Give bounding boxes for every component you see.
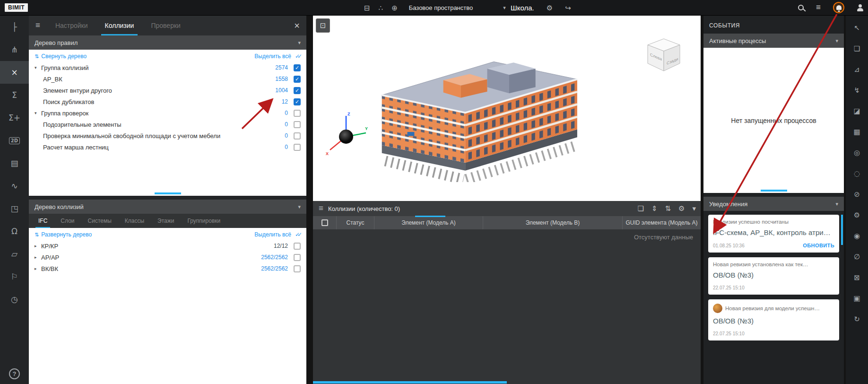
team-icon[interactable]: ∴ — [379, 4, 383, 11]
list-icon[interactable]: ≡ — [816, 3, 821, 12]
select-all-checkbox[interactable] — [321, 219, 328, 226]
expand-icon[interactable]: ▾ — [35, 111, 41, 115]
plugins-icon[interactable]: ◳ — [0, 197, 29, 220]
tree-mode-tab[interactable]: Этажи — [151, 214, 181, 228]
collisions-icon[interactable]: × — [0, 61, 29, 84]
focus-icon[interactable]: ◎ — [846, 142, 868, 163]
grid-icon[interactable]: ▦ — [846, 122, 868, 142]
show-icon[interactable]: ◉ — [846, 226, 868, 246]
notifications-header[interactable]: Уведомления ▾ — [703, 197, 844, 211]
expand-tree-link[interactable]: ⇅ Развернуть дерево — [35, 231, 92, 238]
share-icon[interactable]: ↪ — [565, 4, 571, 11]
collision-row[interactable]: ▸ ВК/ВК 2562/2562 — [29, 263, 306, 274]
help-button[interactable]: ? — [9, 368, 20, 379]
history-icon[interactable]: ◷ — [0, 288, 29, 311]
rule-row[interactable]: АР_ВК 1558 — [29, 73, 306, 85]
charts-icon[interactable]: ∿ — [0, 175, 29, 197]
collision-checkbox[interactable] — [294, 243, 301, 250]
quick-actions-icon[interactable]: ↯ — [846, 80, 868, 101]
notification-card[interactable]: Коллизии успешно посчитаны IFC-схема, АР… — [708, 215, 839, 253]
screenshot-icon[interactable]: ⊡ — [316, 18, 330, 33]
vertical-scrollbar[interactable] — [841, 215, 843, 245]
tree-mode-tab[interactable]: Классы — [118, 214, 151, 228]
column-guid-a[interactable]: GUID элемента (Модель А) — [623, 216, 701, 229]
tree-mode-tab[interactable]: IFC — [32, 214, 54, 228]
rule-row[interactable]: Расчет марша лестниц 0 — [29, 141, 306, 153]
globe-icon[interactable]: ⊕ — [391, 4, 398, 11]
clear-selection-icon[interactable]: ⊠ — [846, 267, 868, 288]
collision-checkbox[interactable] — [294, 254, 301, 261]
panel-tab[interactable]: Проверки — [142, 16, 189, 35]
fit-rows-icon[interactable]: ⇅ — [665, 204, 671, 213]
hide-icon[interactable]: ∅ — [846, 246, 868, 267]
table-menu-icon[interactable]: ≡ — [319, 204, 323, 213]
copy-view-icon[interactable]: ❏ — [846, 38, 868, 59]
workspace-switcher[interactable]: ⊟ ∴ ⊕ Базовое пространство ▾ — [364, 4, 506, 11]
collapse-icon[interactable]: ▾ — [692, 204, 696, 213]
axis-gizmo[interactable]: Z Y X — [322, 109, 370, 158]
collision-row[interactable]: ▸ КР/КР 12/12 — [29, 240, 306, 252]
select-icon[interactable]: ↖ — [846, 17, 868, 38]
chevron-down-icon[interactable]: ▾ — [298, 40, 301, 46]
collision-checkbox[interactable] — [294, 265, 301, 272]
refresh-link[interactable]: ОБНОВИТЬ — [803, 243, 834, 248]
notifications-icon[interactable] — [833, 2, 844, 13]
panel-tab[interactable]: Коллизии — [96, 16, 143, 35]
expand-icon[interactable]: ▾ — [35, 65, 41, 70]
search-icon[interactable] — [798, 5, 804, 10]
measure-icon[interactable]: ⊿ — [846, 59, 868, 80]
select-all-link[interactable]: Выделить всё ✓✓ — [254, 53, 300, 60]
tree-mode-tab[interactable]: Группировки — [181, 214, 227, 228]
rule-row[interactable]: ▾ Группа коллизий 2574 — [29, 62, 306, 73]
model-tree-icon[interactable]: ├ — [0, 16, 29, 38]
chevron-down-icon[interactable]: ▾ — [298, 204, 301, 210]
workspace-label[interactable]: Базовое пространство — [409, 4, 473, 11]
rule-row[interactable]: ▾ Группа проверок 0 — [29, 107, 306, 119]
rule-checkbox[interactable] — [294, 64, 301, 71]
sum-icon[interactable]: Σ — [0, 84, 29, 106]
collapse-tree-link[interactable]: ⇅ Свернуть дерево — [35, 53, 87, 60]
user-location-icon[interactable]: ⚐ — [0, 265, 29, 288]
cube-view-icon[interactable]: ▣ — [846, 288, 868, 309]
archive-icon[interactable]: ⊟ — [364, 4, 370, 11]
windows-icon[interactable]: ❏ — [637, 204, 643, 213]
scrollbar[interactable] — [415, 216, 445, 217]
viewport-3d[interactable]: ⊡ — [313, 16, 701, 201]
view-2d-icon[interactable]: 2D — [0, 129, 29, 152]
connections-icon[interactable]: ⋔ — [0, 38, 29, 61]
navigation-cube[interactable]: Слева Сзади — [646, 37, 682, 77]
chevron-down-icon[interactable]: ▾ — [835, 201, 838, 207]
structure-icon[interactable]: ▤ — [0, 152, 29, 175]
sum-plus-icon[interactable]: Σ+ — [0, 106, 29, 129]
expand-icon[interactable]: ▸ — [35, 244, 41, 248]
column-status[interactable]: Статус — [337, 216, 374, 229]
expand-icon[interactable]: ▸ — [35, 266, 41, 271]
rule-checkbox[interactable] — [294, 132, 301, 140]
close-panel-icon[interactable]: × — [294, 20, 300, 31]
column-element-a[interactable]: Элемент (Модель А) — [374, 216, 483, 229]
notification-card[interactable]: Новая ревизия для модели успешн… ОВ/ОВ (… — [708, 299, 839, 340]
panel-tab[interactable]: Настройки — [47, 16, 96, 35]
sphere-view-icon[interactable]: ◌ — [846, 163, 868, 184]
select-all-link[interactable]: Выделить всё ✓✓ — [254, 231, 300, 238]
active-processes-header[interactable]: Активные процессы ▾ — [703, 34, 844, 48]
tree-mode-tab[interactable]: Системы — [81, 214, 118, 228]
collision-row[interactable]: ▸ АР/АР 2562/2562 — [29, 252, 306, 263]
expand-icon[interactable]: ▸ — [35, 255, 41, 260]
panel-menu-icon[interactable]: ≡ — [35, 21, 40, 30]
rule-checkbox[interactable] — [294, 110, 301, 117]
shared-folder-icon[interactable]: ▱ — [0, 243, 29, 265]
rule-checkbox[interactable] — [294, 76, 301, 83]
tree-mode-tab[interactable]: Слои — [54, 214, 81, 228]
rule-row[interactable]: Элемент внтури другого 1004 — [29, 85, 306, 96]
section-box-icon[interactable]: ◪ — [846, 101, 868, 122]
table-settings-icon[interactable]: ⚙ — [678, 204, 685, 213]
horizontal-scrollbar[interactable] — [313, 381, 507, 384]
rule-row[interactable]: Поиск дубликатов 12 — [29, 96, 306, 107]
rule-checkbox[interactable] — [294, 98, 301, 105]
section-plane-icon[interactable]: ⊘ — [846, 184, 868, 205]
view-settings-icon[interactable]: ⚙ — [846, 205, 868, 226]
rule-checkbox[interactable] — [294, 87, 301, 94]
scrollbar[interactable] — [155, 192, 181, 194]
users-icon[interactable]: Ω — [0, 220, 29, 243]
